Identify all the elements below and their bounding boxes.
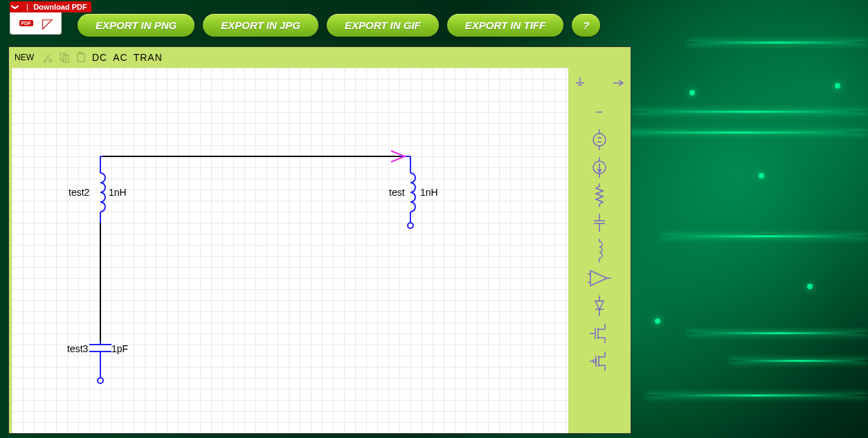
bg-trace [660, 235, 868, 237]
bg-trace [688, 332, 868, 334]
bg-trace [605, 131, 868, 134]
inductor-right-value: 1nH [420, 187, 438, 198]
inductor-left-name: test2 [69, 187, 89, 198]
pfet-icon[interactable] [587, 347, 612, 375]
capacitor-icon[interactable] [587, 209, 612, 237]
schematic-editor: NEW DC AC TRAN test2 1nH test 1nH test3 … [8, 46, 631, 434]
bg-trace [647, 394, 868, 396]
capacitor-name: test3 [67, 343, 88, 354]
sim-tran-button[interactable]: TRAN [134, 52, 163, 63]
cut-icon[interactable] [42, 52, 53, 63]
sim-ac-button[interactable]: AC [113, 52, 127, 63]
ground-icon[interactable] [568, 69, 593, 97]
schematic-drawing [12, 68, 219, 172]
editor-toolbar: NEW DC AC TRAN [9, 47, 631, 68]
bg-dot [655, 318, 660, 324]
component-palette [575, 68, 624, 375]
bg-trace [730, 360, 868, 362]
sim-dc-button[interactable]: DC [92, 52, 107, 63]
diode-icon[interactable] [587, 292, 612, 320]
bg-dot [807, 284, 813, 289]
pdf-badge: PDF [19, 20, 33, 26]
bg-trace [633, 111, 868, 113]
capacitor-value: 1pF [111, 343, 128, 354]
export-tiff-button[interactable]: EXPORT IN TIFF [447, 14, 563, 37]
export-png-button[interactable]: EXPORT IN PNG [78, 14, 195, 37]
svg-point-16 [98, 378, 103, 383]
vsource-icon[interactable] [587, 126, 612, 154]
download-pdf-label: Download PDF [33, 3, 87, 11]
label-icon[interactable] [587, 98, 612, 126]
export-gif-button[interactable]: EXPORT IN GIF [327, 14, 439, 37]
resistor-icon[interactable] [587, 181, 612, 209]
help-button[interactable]: ? [572, 14, 600, 37]
bg-dot [835, 83, 840, 89]
svg-rect-4 [78, 53, 84, 62]
bg-dot [689, 90, 695, 95]
pdf-card: PDF ◸ [10, 12, 62, 35]
export-button-row: EXPORT IN PNG EXPORT IN JPG EXPORT IN GI… [78, 14, 600, 37]
opamp-icon[interactable] [587, 264, 612, 292]
paste-icon[interactable] [75, 52, 87, 63]
copy-icon[interactable] [59, 52, 70, 63]
inductor-right-name: test [389, 187, 405, 198]
svg-point-19 [408, 223, 413, 228]
bg-dot [759, 173, 764, 179]
bg-trace [688, 42, 868, 44]
pdf-adobe-icon: ◸ [42, 17, 53, 30]
svg-point-26 [593, 134, 606, 146]
new-button[interactable]: NEW [15, 53, 34, 62]
nfet-icon[interactable] [587, 320, 612, 347]
inductor-icon[interactable] [587, 237, 612, 264]
isource-icon[interactable] [587, 154, 612, 181]
export-jpg-button[interactable]: EXPORT IN JPG [203, 14, 318, 37]
inductor-left-value: 1nH [109, 187, 127, 198]
port-icon[interactable] [606, 69, 631, 97]
schematic-canvas[interactable]: test2 1nH test 1nH test3 1pF [12, 68, 568, 433]
